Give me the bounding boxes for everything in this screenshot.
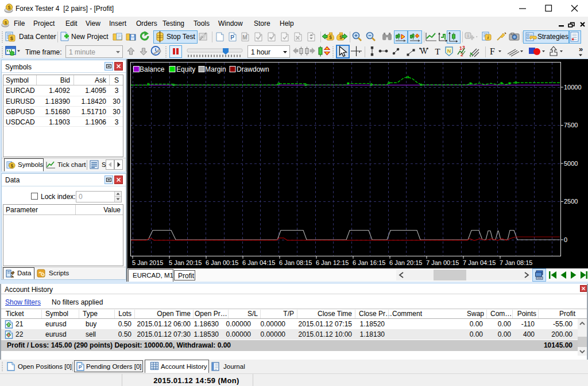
svg-text:P: P — [230, 34, 234, 41]
svg-text:$: $ — [10, 35, 14, 41]
svg-text:$: $ — [339, 34, 342, 40]
svg-text:»: » — [579, 45, 583, 53]
svg-text:$: $ — [11, 163, 14, 169]
svg-text:$: $ — [7, 5, 10, 10]
svg-text:T: T — [435, 47, 440, 56]
svg-text:$: $ — [329, 34, 332, 40]
svg-text:M: M — [242, 34, 247, 41]
svg-text:N: N — [447, 48, 451, 54]
svg-text:F: F — [490, 46, 495, 56]
svg-text:P: P — [79, 364, 82, 370]
